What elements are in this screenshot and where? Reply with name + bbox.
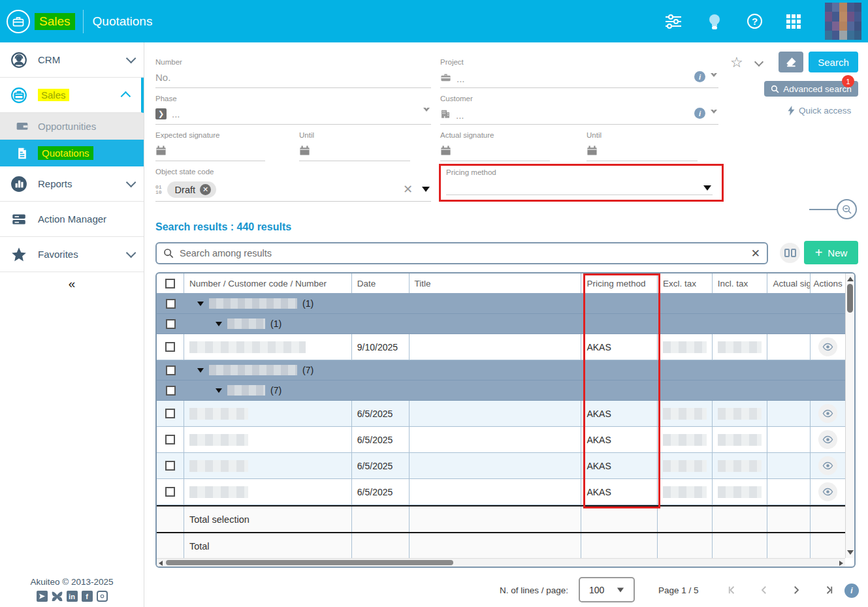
vertical-scroll-thumb[interactable] [847, 284, 853, 313]
row-checkbox[interactable] [166, 366, 176, 375]
select-all-checkbox[interactable] [165, 279, 175, 288]
calendar-icon[interactable] [155, 145, 167, 159]
last-page-button[interactable] [821, 583, 835, 597]
calendar-icon[interactable] [587, 145, 598, 159]
expected-until-field[interactable]: Until [299, 129, 410, 161]
collapse-caret-icon[interactable] [216, 388, 222, 393]
sidebar-item-action-manager[interactable]: Action Manager [0, 202, 144, 237]
sidebar-item-sales[interactable]: Sales [0, 78, 144, 113]
scroll-left-icon[interactable] [159, 561, 163, 566]
column-header[interactable]: Number / Customer code / Number [184, 273, 352, 293]
first-page-button[interactable] [726, 583, 740, 597]
column-header[interactable]: Date [352, 273, 410, 293]
column-header[interactable]: Incl. tax [713, 273, 768, 293]
akuiteo-logo-icon[interactable] [7, 10, 30, 33]
scroll-down-icon[interactable] [847, 550, 854, 555]
group-row[interactable]: (1) [157, 314, 845, 334]
horizontal-scroll-thumb[interactable] [166, 560, 453, 565]
column-header[interactable]: Title [410, 273, 582, 293]
customer-field[interactable]: Customer ... i [440, 92, 718, 125]
info-icon[interactable]: i [694, 108, 705, 119]
row-checkbox[interactable] [165, 435, 175, 444]
info-icon[interactable]: i [844, 584, 859, 598]
scroll-up-icon[interactable] [847, 277, 854, 281]
project-field[interactable]: Project ... i [440, 55, 718, 88]
object-state-field[interactable]: Object state code 0110 Draft ✕ ✕ [155, 165, 431, 202]
collapse-caret-icon[interactable] [197, 302, 204, 306]
group-row[interactable]: (7) [157, 360, 845, 381]
vertical-scrollbar[interactable] [845, 273, 854, 558]
column-header[interactable]: Actual sign [767, 273, 811, 293]
column-header[interactable]: Excl. tax [658, 273, 713, 293]
previous-page-button[interactable] [757, 583, 771, 597]
draft-chip[interactable]: Draft ✕ [167, 181, 216, 198]
bluesky-icon[interactable] [52, 591, 63, 602]
collapse-caret-icon[interactable] [197, 368, 204, 373]
dropdown-icon[interactable] [423, 108, 430, 115]
actual-until-field[interactable]: Until [587, 129, 698, 161]
app-grid-icon[interactable] [786, 14, 801, 29]
phase-field[interactable]: Phase ❯ ... [155, 92, 431, 125]
column-settings-button[interactable] [780, 243, 800, 263]
view-button[interactable] [818, 404, 837, 423]
table-row[interactable]: 6/5/2025AKAS [157, 427, 845, 453]
dropdown-icon[interactable] [703, 185, 711, 191]
lightbulb-icon[interactable] [706, 13, 723, 30]
group-row[interactable]: (1) [157, 294, 845, 314]
pricing-method-field-annotated[interactable]: Pricing method [439, 164, 724, 202]
collapse-caret-icon[interactable] [216, 322, 222, 326]
view-button[interactable] [818, 456, 837, 475]
table-row[interactable]: 9/10/2025AKAS [157, 334, 845, 360]
dropdown-icon[interactable] [711, 110, 717, 117]
view-button[interactable] [818, 482, 837, 501]
clear-icon[interactable]: ✕ [403, 182, 413, 196]
linkedin-icon[interactable]: in [67, 591, 78, 602]
scroll-right-icon[interactable] [839, 561, 843, 566]
column-header[interactable]: Pricing method [581, 273, 658, 293]
collapse-search-panel-button[interactable] [837, 199, 857, 219]
sidebar-item-crm[interactable]: CRM [0, 42, 144, 78]
settings-sliders-icon[interactable] [665, 13, 682, 30]
horizontal-scrollbar[interactable] [157, 558, 845, 567]
sidebar-item-quotations[interactable]: Quotations [0, 140, 144, 166]
calendar-icon[interactable] [440, 145, 451, 159]
search-button[interactable]: Search [809, 52, 858, 72]
view-button[interactable] [818, 337, 837, 356]
row-checkbox[interactable] [165, 342, 175, 352]
results-search-input[interactable] [180, 248, 745, 258]
number-field[interactable]: Number No. [155, 55, 431, 88]
dropdown-icon[interactable] [422, 187, 430, 192]
clear-results-search-icon[interactable]: ✕ [751, 247, 760, 260]
table-row[interactable]: 6/5/2025AKAS [157, 401, 845, 427]
sidebar-item-favorites[interactable]: Favorites [0, 237, 144, 272]
view-button[interactable] [818, 430, 837, 449]
lines-per-page-select[interactable]: 100 [579, 577, 635, 602]
sidebar-item-opportunities[interactable]: Opportunities [0, 113, 144, 140]
row-checkbox[interactable] [166, 386, 176, 396]
sidebar-collapse-button[interactable]: « [0, 272, 144, 296]
calendar-icon[interactable] [299, 145, 310, 159]
chevron-down-icon[interactable] [754, 57, 764, 67]
table-row[interactable]: 6/5/2025AKAS [157, 453, 845, 479]
user-avatar[interactable] [825, 3, 861, 40]
group-row[interactable]: (7) [157, 381, 845, 401]
results-search-box[interactable]: ✕ [155, 242, 768, 264]
instagram-icon[interactable] [97, 591, 108, 602]
quick-access-link[interactable]: Quick access [788, 106, 851, 116]
column-header[interactable]: Actions [811, 273, 845, 293]
table-row[interactable]: 6/5/2025AKAS [157, 479, 845, 505]
chip-remove-icon[interactable]: ✕ [200, 184, 211, 195]
clear-search-button[interactable] [779, 52, 803, 72]
actual-signature-field[interactable]: Actual signature [440, 129, 550, 161]
next-page-button[interactable] [789, 583, 803, 597]
expected-signature-field[interactable]: Expected signature [155, 129, 265, 161]
send-icon[interactable] [37, 591, 48, 602]
row-checkbox[interactable] [165, 487, 175, 497]
help-icon[interactable]: ? [747, 14, 762, 29]
favorite-star-icon[interactable]: ☆ [730, 54, 743, 71]
row-checkbox[interactable] [166, 299, 176, 309]
row-checkbox[interactable] [165, 409, 175, 418]
dropdown-icon[interactable] [711, 73, 717, 80]
new-button[interactable]: + New [804, 241, 858, 264]
row-checkbox[interactable] [165, 461, 175, 471]
